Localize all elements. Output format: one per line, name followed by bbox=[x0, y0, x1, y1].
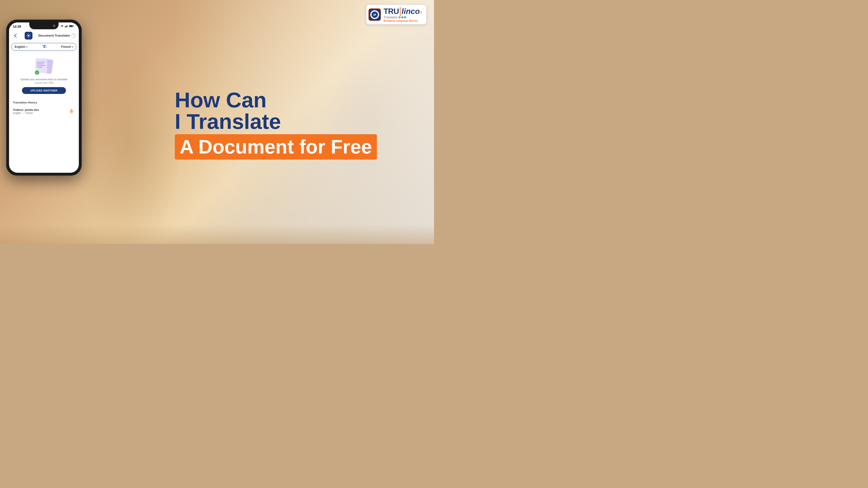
language-selector: English ▾ French ▾ bbox=[11, 43, 76, 51]
logo-tru: TRU bbox=[383, 7, 399, 16]
logo-linco: linco bbox=[402, 7, 420, 16]
wifi-icon bbox=[60, 25, 64, 28]
svg-rect-5 bbox=[66, 26, 67, 27]
swap-languages-btn[interactable] bbox=[42, 45, 47, 49]
phone-notch bbox=[29, 23, 59, 29]
svg-rect-4 bbox=[65, 26, 66, 27]
svg-rect-9 bbox=[69, 26, 72, 27]
gear-button[interactable] bbox=[25, 32, 32, 39]
svg-point-2 bbox=[53, 25, 55, 27]
svg-rect-6 bbox=[67, 25, 67, 27]
translation-history: Translation History Trulinco_points.xlsx… bbox=[9, 98, 79, 119]
upload-limit: Upload limit: 5MB bbox=[34, 82, 54, 84]
logo-divider bbox=[400, 7, 401, 16]
history-item-info: Trulinco_points.xlsx English → French bbox=[13, 108, 39, 115]
phone-container: 12:29 bbox=[6, 20, 82, 176]
logo-icon-box: ⇄ bbox=[368, 8, 381, 21]
source-language-btn[interactable]: English ▾ bbox=[14, 45, 27, 48]
svg-rect-8 bbox=[73, 26, 74, 27]
battery-icon bbox=[69, 25, 74, 28]
logo-dot-blue bbox=[404, 17, 406, 18]
headline-container: How Can I Translate A Document for Free bbox=[175, 89, 420, 160]
svg-text:⇄: ⇄ bbox=[373, 13, 376, 17]
svg-rect-3 bbox=[65, 27, 65, 27]
help-button[interactable]: ? bbox=[71, 33, 76, 38]
logo-registered: ® bbox=[420, 11, 422, 14]
status-icons bbox=[60, 25, 74, 28]
history-item[interactable]: Trulinco_points.xlsx English → French bbox=[13, 106, 75, 116]
history-direction-arrow: → bbox=[22, 112, 24, 115]
logo-dot-orange bbox=[399, 17, 401, 18]
history-source-lang: English bbox=[13, 112, 21, 115]
logo-translator-row: Translator bbox=[383, 15, 422, 19]
history-languages: English → French bbox=[13, 112, 39, 115]
main-content: How Can I Translate A Document for Free bbox=[165, 0, 434, 244]
headline-highlight: A Document for Free bbox=[175, 134, 377, 160]
logo-dots bbox=[399, 17, 406, 18]
logo-subtitle: Breaking Language Barrier bbox=[383, 19, 422, 22]
header-title: Document Translator bbox=[38, 34, 70, 37]
history-title: Translation History bbox=[13, 101, 75, 104]
target-lang-arrow: ▾ bbox=[72, 45, 73, 48]
history-filename: Trulinco_points.xlsx bbox=[13, 108, 39, 111]
history-target-lang: French bbox=[25, 112, 33, 115]
check-badge: ✓ bbox=[34, 70, 40, 75]
upload-area: ✓ Upload your document here to translate… bbox=[9, 53, 79, 98]
headline-line2: I Translate bbox=[175, 111, 420, 132]
source-lang-arrow: ▾ bbox=[26, 45, 27, 48]
phone-outer: 12:29 bbox=[6, 20, 82, 176]
signal-icon bbox=[65, 25, 68, 28]
logo-icon: ⇄ bbox=[370, 10, 379, 19]
logo-main-text: TRU linco® bbox=[383, 7, 422, 16]
target-language-btn[interactable]: French ▾ bbox=[61, 45, 73, 48]
help-icon: ? bbox=[73, 34, 74, 37]
status-time: 12:29 bbox=[13, 25, 21, 28]
logo-translator-label: Translator bbox=[383, 15, 398, 19]
header-title-area: Document Translator ? bbox=[38, 33, 76, 38]
logo-dot-green bbox=[401, 17, 403, 18]
upload-another-button[interactable]: UPLOAD ANOTHER bbox=[22, 87, 66, 94]
logo-container: ⇄ TRU linco® Translator Breaking Languag… bbox=[366, 4, 427, 25]
language-bar: English ▾ French ▾ bbox=[9, 41, 79, 53]
back-button[interactable] bbox=[12, 32, 19, 39]
app-header: Document Translator ? bbox=[9, 30, 79, 41]
history-download-button[interactable] bbox=[68, 108, 75, 115]
headline-line1: How Can bbox=[175, 89, 420, 111]
upload-description: Upload your document here to translate bbox=[20, 78, 67, 81]
target-language-label: French bbox=[61, 45, 71, 48]
svg-point-10 bbox=[28, 35, 29, 36]
phone-screen: 12:29 bbox=[9, 23, 79, 173]
upload-icon-area: ✓ bbox=[35, 58, 53, 75]
logo-text-area: TRU linco® Translator Breaking Language … bbox=[383, 7, 422, 22]
source-language-label: English bbox=[14, 45, 25, 48]
